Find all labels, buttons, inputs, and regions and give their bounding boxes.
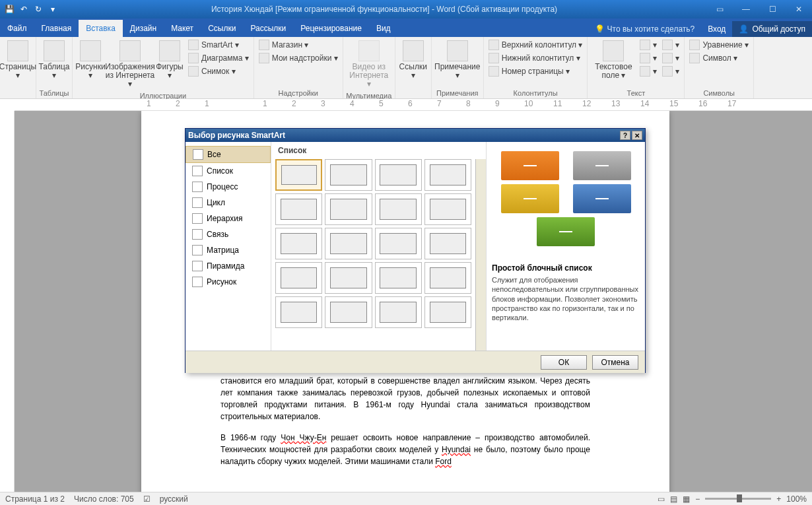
smartart-thumb[interactable] (375, 296, 422, 328)
smartart-thumb[interactable] (325, 228, 372, 259)
menu-рецензирование[interactable]: Рецензирование (293, 20, 369, 37)
close-icon[interactable]: ✕ (786, 0, 812, 18)
status-words[interactable]: Число слов: 705 (74, 494, 134, 504)
category-связь[interactable]: Связь (186, 226, 271, 242)
zoom-in-icon[interactable]: + (776, 494, 781, 504)
ribbon-номер-страницы[interactable]: Номер страницы ▾ (487, 65, 585, 77)
ribbon-text-tool[interactable]: ▾ (638, 65, 659, 77)
ribbon-страницы[interactable]: Страницы ▾ (3, 39, 33, 81)
dialog-close-icon[interactable]: ✕ (632, 131, 642, 140)
smartart-thumb[interactable] (325, 296, 372, 328)
ribbon-снимок[interactable]: Снимок ▾ (186, 65, 251, 77)
ribbon-уравнение[interactable]: Уравнение ▾ (687, 39, 750, 51)
view-web-icon[interactable]: ▦ (683, 494, 690, 504)
smartart-dialog: Выбор рисунка SmartArt ? ✕ ВсеСписокПроц… (185, 128, 646, 373)
status-language[interactable]: русский (160, 494, 188, 504)
ribbon-видео-из-интернета: Видео из Интернета ▾ (346, 39, 392, 90)
bulb-icon: 💡 (595, 24, 605, 34)
maximize-icon[interactable]: ☐ (759, 0, 786, 18)
menu-главная[interactable]: Главная (34, 20, 79, 37)
ribbon-smartart[interactable]: SmartArt ▾ (186, 39, 251, 51)
ok-button[interactable]: ОК (541, 355, 587, 370)
zoom-out-icon[interactable]: − (695, 494, 700, 504)
proofing-icon[interactable]: ☑ (143, 494, 151, 504)
ribbon-text-tool[interactable]: ▾ (638, 52, 659, 64)
category-рисунок[interactable]: Рисунок (186, 274, 271, 290)
ribbon-options-icon[interactable]: ▭ (706, 0, 733, 18)
category-список[interactable]: Список (186, 163, 271, 179)
undo-icon[interactable]: ↶ (18, 4, 29, 15)
smartart-thumb[interactable] (325, 193, 372, 225)
qat-more-icon[interactable]: ▾ (48, 4, 58, 15)
gallery-section-title: Список (271, 142, 486, 159)
zoom-level[interactable]: 100% (786, 494, 807, 504)
category-пирамида[interactable]: Пирамида (186, 258, 271, 274)
menu-вид[interactable]: Вид (369, 20, 398, 37)
ribbon-символ[interactable]: Символ ▾ (687, 52, 750, 64)
tell-me[interactable]: 💡Что вы хотите сделать? (588, 24, 702, 34)
ribbon-верхний-колонтитул[interactable]: Верхний колонтитул ▾ (487, 39, 585, 51)
smartart-thumb[interactable] (275, 262, 322, 294)
view-read-icon[interactable]: ▭ (658, 494, 665, 504)
smartart-thumb[interactable] (375, 262, 422, 294)
category-цикл[interactable]: Цикл (186, 195, 271, 211)
view-print-icon[interactable]: ▤ (670, 494, 677, 504)
smartart-thumb[interactable] (424, 159, 471, 191)
smartart-thumb[interactable] (424, 296, 471, 328)
ribbon-примечание[interactable]: Примечание ▾ (434, 39, 481, 81)
menu-вставка[interactable]: Вставка (79, 20, 123, 37)
ribbon-text-tool[interactable]: ▾ (660, 39, 681, 51)
ruler-vertical (0, 111, 15, 492)
status-page[interactable]: Страница 1 из 2 (5, 494, 65, 504)
person-icon: 👤 (739, 24, 749, 34)
save-icon[interactable]: 💾 (4, 4, 15, 15)
gallery-scrollbar[interactable] (475, 159, 486, 351)
smartart-thumb[interactable] (275, 193, 322, 225)
category-все[interactable]: Все (186, 146, 271, 163)
sign-in[interactable]: Вход (701, 24, 732, 34)
minimize-icon[interactable]: — (733, 0, 759, 18)
ribbon-text-tool[interactable]: ▾ (660, 65, 681, 77)
ribbon-магазин[interactable]: Магазин ▾ (257, 39, 340, 51)
menu-рассылки[interactable]: Рассылки (243, 20, 293, 37)
smartart-thumb[interactable] (275, 159, 322, 191)
ribbon-рисунки[interactable]: Рисунки ▾ (75, 39, 106, 81)
ribbon-диаграмма[interactable]: Диаграмма ▾ (186, 52, 251, 64)
redo-icon[interactable]: ↻ (33, 4, 44, 15)
menu-дизайн[interactable]: Дизайн (123, 20, 164, 37)
menu-файл[interactable]: Файл (0, 20, 34, 37)
preview-description: Служит для отображения непоследовательны… (492, 275, 640, 322)
ribbon-таблица[interactable]: Таблица ▾ (39, 39, 69, 81)
zoom-slider[interactable] (705, 498, 771, 500)
help-icon[interactable]: ? (620, 131, 630, 140)
cancel-button[interactable]: Отмена (592, 355, 638, 370)
category-иерархия[interactable]: Иерархия (186, 211, 271, 226)
menu-макет[interactable]: Макет (164, 20, 201, 37)
dialog-title: Выбор рисунка SmartArt (188, 131, 285, 140)
preview-canvas (492, 147, 640, 258)
ribbon-мои-надстройки[interactable]: Мои надстройки ▾ (257, 52, 340, 64)
smartart-thumb[interactable] (275, 296, 322, 328)
window-title: История Хюндай [Режим ограниченной функц… (62, 5, 706, 14)
ribbon-изображения-из-интернета[interactable]: Изображения из Интернета ▾ (107, 39, 153, 90)
smartart-thumb[interactable] (424, 228, 471, 259)
smartart-thumb[interactable] (424, 262, 471, 294)
smartart-thumb[interactable] (375, 159, 422, 191)
ribbon-ссылки[interactable]: Ссылки ▾ (398, 39, 428, 81)
menu-ссылки[interactable]: Ссылки (201, 20, 243, 37)
smartart-thumb[interactable] (375, 228, 422, 259)
category-матрица[interactable]: Матрица (186, 242, 271, 258)
share-button[interactable]: 👤Общий доступ (732, 21, 812, 37)
ribbon-нижний-колонтитул[interactable]: Нижний колонтитул ▾ (487, 52, 585, 64)
smartart-thumb[interactable] (375, 193, 422, 225)
category-процесс[interactable]: Процесс (186, 179, 271, 195)
smartart-thumb[interactable] (424, 193, 471, 225)
smartart-thumb[interactable] (325, 159, 372, 191)
ribbon-текстовое-поле[interactable]: Текстовое поле ▾ (590, 39, 636, 81)
smartart-thumb[interactable] (275, 228, 322, 259)
ribbon-text-tool[interactable]: ▾ (660, 52, 681, 64)
ribbon-фигуры[interactable]: Фигуры ▾ (154, 39, 185, 81)
smartart-thumb[interactable] (325, 262, 372, 294)
ribbon-text-tool[interactable]: ▾ (638, 39, 659, 51)
ruler-horizontal: 1211234567891011121314151617 (15, 99, 812, 111)
